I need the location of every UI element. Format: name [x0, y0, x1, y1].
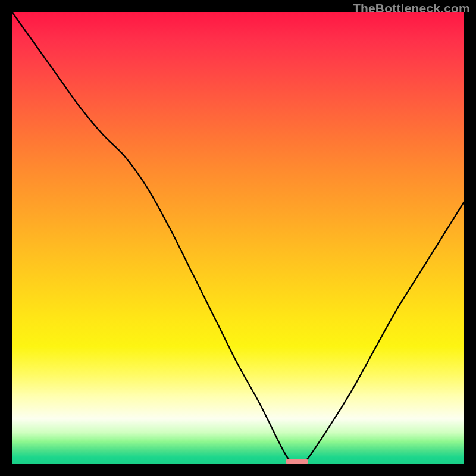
curve-layer — [12, 12, 464, 464]
plot-area — [12, 12, 464, 464]
watermark-text: TheBottleneck.com — [353, 1, 470, 15]
bottleneck-chart: TheBottleneck.com — [0, 0, 476, 476]
optimal-marker — [286, 459, 308, 464]
y-axis — [11, 12, 12, 464]
x-axis — [12, 464, 464, 465]
bottleneck-curve-line — [12, 12, 464, 464]
